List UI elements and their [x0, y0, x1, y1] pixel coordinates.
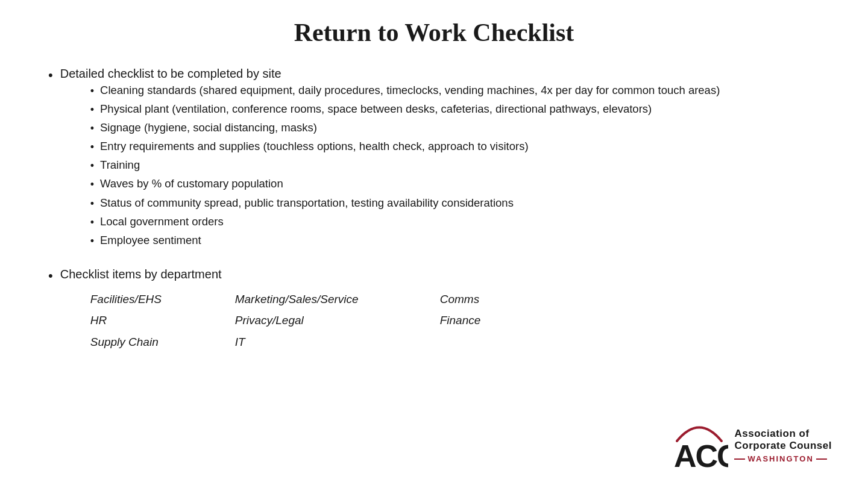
sub-bullet-signage: • Signage (hygiene, social distancing, m… [90, 120, 720, 136]
dept-empty [440, 332, 530, 352]
dept-facilities: Facilities/EHS [90, 289, 229, 310]
content-area: • Detailed checklist to be completed by … [48, 65, 820, 352]
bullet-dot-1: • [48, 66, 53, 85]
dept-supply-chain: Supply Chain [90, 332, 229, 352]
sub-bullet-cleaning: • Cleaning standards (shared equipment, … [90, 83, 720, 99]
acc-logo-icon: ACC [671, 420, 728, 471]
bullet-dot-2: • [48, 266, 53, 286]
page-title: Return to Work Checklist [48, 18, 820, 47]
dept-hr: HR [90, 310, 229, 331]
dept-comms: Comms [440, 289, 530, 310]
svg-text:ACC: ACC [674, 439, 728, 471]
acc-washington: WASHINGTON [734, 454, 832, 463]
main-bullet-2: • Checklist items by department Faciliti… [48, 266, 820, 352]
page-container: Return to Work Checklist • Detailed chec… [0, 0, 868, 488]
sub-bullet-entry: • Entry requirements and supplies (touch… [90, 139, 720, 155]
dept-privacy: Privacy/Legal [235, 310, 434, 331]
sub-bullet-physical: • Physical plant (ventilation, conferenc… [90, 101, 720, 117]
dept-finance: Finance [440, 310, 530, 331]
main-bullet-2-content: Checklist items by department Facilities… [60, 266, 530, 352]
acc-name-line2: Corporate Counsel [734, 440, 832, 452]
main-bullet-1-text: Detailed checklist to be completed by si… [60, 65, 720, 254]
dept-it: IT [235, 332, 434, 352]
acc-logo: ACC Association of Corporate Counsel WAS… [671, 420, 832, 471]
department-table: Facilities/EHS Marketing/Sales/Service C… [90, 289, 530, 352]
sub-bullet-local-govt: • Local government orders [90, 214, 720, 230]
sub-bullet-waves: • Waves by % of customary population [90, 176, 720, 192]
dept-marketing: Marketing/Sales/Service [235, 289, 434, 310]
sub-bullets-1: • Cleaning standards (shared equipment, … [90, 83, 720, 249]
logo-area: ACC Association of Corporate Counsel WAS… [671, 420, 832, 471]
main-bullet-1: • Detailed checklist to be completed by … [48, 65, 820, 254]
sub-bullet-status: • Status of community spread, public tra… [90, 195, 720, 211]
acc-text-block: Association of Corporate Counsel WASHING… [734, 428, 832, 464]
sub-bullet-employee-sentiment: • Employee sentiment [90, 233, 720, 249]
sub-bullet-training: • Training [90, 157, 720, 174]
acc-name-line1: Association of [734, 428, 832, 440]
